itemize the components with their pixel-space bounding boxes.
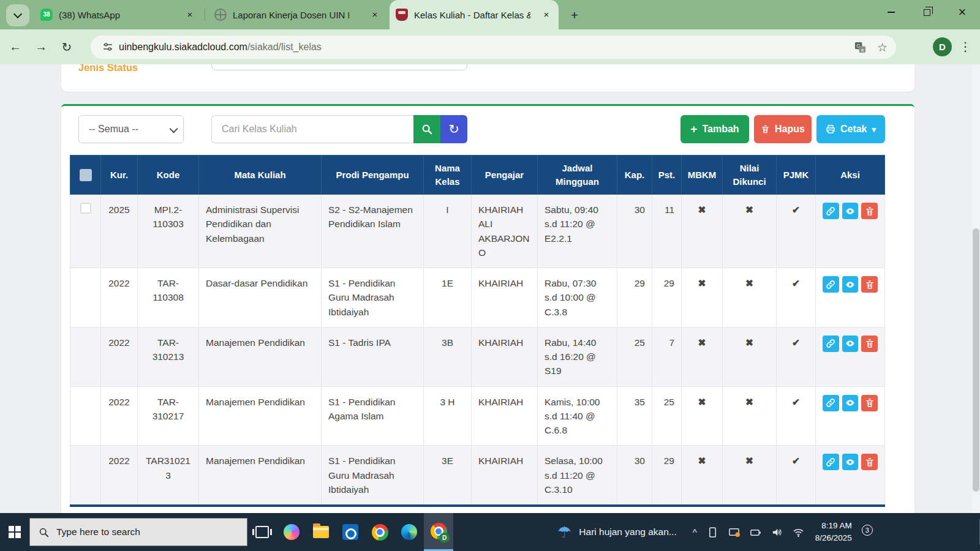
search-icon: [421, 124, 432, 135]
taskbar-clock[interactable]: 8:19 AM 8/26/2025: [815, 520, 852, 544]
eye-icon: [845, 280, 855, 290]
link-action-button[interactable]: [823, 276, 839, 293]
header-pengajar[interactable]: Pengajar: [472, 156, 538, 195]
search-button[interactable]: [413, 115, 440, 143]
window-minimize-button[interactable]: [873, 0, 909, 24]
hapus-button[interactable]: Hapus: [754, 115, 812, 143]
back-button[interactable]: ←: [5, 37, 26, 58]
site-info-icon[interactable]: [103, 42, 113, 52]
browser-menu-icon[interactable]: ⋮: [959, 37, 971, 56]
profile-avatar[interactable]: D: [933, 37, 952, 56]
cell-pengajar: KHAIRIAH: [472, 446, 538, 506]
forward-button[interactable]: →: [31, 37, 51, 58]
delete-action-button[interactable]: [861, 454, 878, 470]
cast-icon[interactable]: [728, 527, 740, 538]
cell-kur: 2022: [101, 446, 138, 506]
notification-badge: 3: [862, 525, 873, 536]
system-tray: ^: [693, 527, 804, 538]
link-action-button[interactable]: [823, 395, 839, 411]
header-kur[interactable]: Kur.: [101, 156, 138, 195]
cell-kap: 25: [617, 327, 652, 386]
speaker-icon[interactable]: [771, 527, 783, 538]
nilai-dikunci-x-icon: ✖: [723, 446, 777, 506]
cetak-button[interactable]: Cetak▾: [816, 115, 885, 143]
translate-icon[interactable]: Ga: [854, 42, 866, 53]
view-action-button[interactable]: [842, 335, 859, 352]
trash-icon: [865, 280, 875, 290]
delete-action-button[interactable]: [861, 335, 878, 352]
header-mata-kuliah[interactable]: Mata Kuliah: [199, 156, 322, 195]
tab-search-button[interactable]: [6, 4, 29, 26]
header-pst[interactable]: Pst.: [652, 156, 682, 195]
tab-kelas-kuliah-active[interactable]: Kelas Kuliah - Daftar Kelas & Ja ×: [390, 0, 559, 29]
outlook-button[interactable]: [336, 513, 365, 551]
tab-close-icon[interactable]: ×: [184, 9, 196, 21]
delete-action-button[interactable]: [861, 203, 878, 219]
view-action-button[interactable]: [842, 203, 859, 219]
outlook-icon: [342, 524, 358, 540]
search-group: ↻: [211, 115, 467, 143]
chrome-button[interactable]: [365, 513, 394, 551]
edge-button[interactable]: [394, 513, 424, 551]
weather-widget[interactable]: ☂ Hari hujan yang akan...: [557, 523, 677, 542]
file-explorer-button[interactable]: [306, 513, 336, 551]
header-nilai-dikunci[interactable]: Nilai Dikunci: [723, 156, 777, 195]
cell-mata-kuliah: Manajemen Pendidikan: [199, 386, 322, 446]
tambah-button[interactable]: +Tambah: [680, 115, 749, 143]
header-jadwal-mingguan[interactable]: Jadwal Mingguan: [538, 156, 617, 195]
browser-toolbar: ← → ↻ uinbengkulu.siakadcloud.com/siakad…: [0, 29, 980, 64]
header-pjmk[interactable]: PJMK: [777, 156, 816, 195]
header-kode[interactable]: Kode: [138, 156, 199, 195]
link-action-button[interactable]: [823, 335, 839, 352]
task-view-button[interactable]: [247, 513, 277, 551]
link-action-button[interactable]: [823, 203, 839, 219]
header-nama-kelas[interactable]: Nama Kelas: [424, 156, 472, 195]
cell-kode: TAR-110308: [138, 268, 199, 328]
table-row: 2022 TAR-310217 Manajemen Pendidikan S1 …: [70, 386, 885, 446]
view-action-button[interactable]: [842, 276, 859, 293]
mbkm-x-icon: ✖: [682, 446, 723, 506]
copilot-button[interactable]: [277, 513, 306, 551]
bookmark-star-icon[interactable]: ☆: [877, 40, 888, 54]
chrome-active-window-button[interactable]: D: [424, 513, 453, 551]
jenis-status-select[interactable]: -- Semua Jenis Status --: [211, 64, 467, 70]
cell-jadwal: Rabu, 07:30 s.d 10:00 @ C.3.8: [538, 268, 617, 328]
header-mbkm[interactable]: MBKM: [682, 156, 723, 195]
delete-action-button[interactable]: [861, 276, 878, 293]
window-close-button[interactable]: ×: [944, 0, 980, 24]
header-prodi-pengampu[interactable]: Prodi Pengampu: [322, 156, 424, 195]
tab-close-icon[interactable]: ×: [540, 9, 552, 21]
header-kap[interactable]: Kap.: [617, 156, 652, 195]
table-row: 2022 TAR-310213 Manajemen Pendidikan S1 …: [70, 327, 885, 386]
taskbar-search-box[interactable]: Type here to search: [29, 518, 247, 546]
link-action-button[interactable]: [823, 454, 839, 470]
delete-action-button[interactable]: [861, 395, 878, 411]
select-all-checkbox[interactable]: [80, 169, 92, 181]
tab-close-icon[interactable]: ×: [369, 9, 381, 21]
new-tab-button[interactable]: +: [567, 7, 582, 23]
phone-link-icon[interactable]: [707, 527, 718, 538]
cell-jadwal: Selasa, 10:00 s.d 11:20 @ C.3.10: [538, 446, 617, 506]
header-select-all: [70, 156, 101, 195]
browser-scrollbar-thumb[interactable]: [973, 228, 979, 492]
cell-nama-kelas: 3 H: [424, 386, 472, 446]
wifi-icon[interactable]: [793, 527, 804, 538]
cell-kap: 30: [617, 195, 652, 268]
window-restore-button[interactable]: [909, 0, 944, 24]
url-path: /siakad/list_kelas: [247, 42, 322, 52]
search-input[interactable]: [211, 115, 413, 143]
scope-select[interactable]: -- Semua --: [78, 115, 184, 143]
view-action-button[interactable]: [842, 395, 859, 411]
row-checkbox[interactable]: [80, 203, 91, 214]
header-aksi[interactable]: Aksi: [816, 156, 885, 195]
battery-icon[interactable]: [750, 527, 761, 538]
view-action-button[interactable]: [842, 454, 859, 470]
address-bar[interactable]: uinbengkulu.siakadcloud.com/siakad/list_…: [91, 36, 896, 59]
cell-pengajar: KHAIRIAH: [472, 327, 538, 386]
tab-laporan-kinerja[interactable]: Laporan Kinerja Dosen UIN Fatm ×: [208, 0, 387, 29]
refresh-button[interactable]: ↻: [440, 115, 467, 143]
reload-button[interactable]: ↻: [56, 37, 77, 58]
tab-whatsapp[interactable]: 38 (38) WhatsApp ×: [34, 0, 202, 29]
tray-expand-icon[interactable]: ^: [693, 527, 697, 538]
start-button[interactable]: [0, 513, 29, 551]
